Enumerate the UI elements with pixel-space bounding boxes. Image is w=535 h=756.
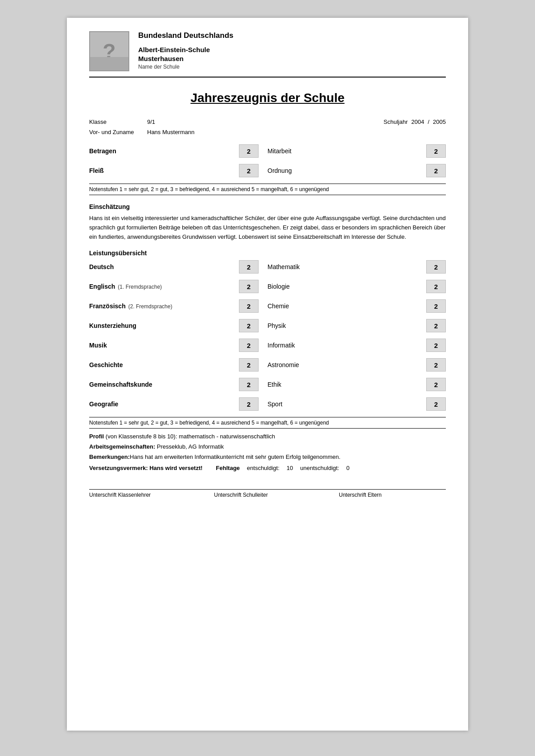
subject-left-2: Französisch(2. Fremdsprache) 2 (89, 299, 268, 313)
subject-left-name-6: Gemeinschaftskunde (89, 381, 235, 388)
profil-text: (von Klassenstufe 8 bis 10): mathematisc… (106, 433, 275, 440)
subject-left-name-1: Englisch(1. Fremdsprache) (89, 283, 235, 290)
schuljahr-slash: / (428, 119, 429, 125)
subject-right-7: Sport 2 (268, 397, 446, 411)
subject-right-name-7: Sport (268, 400, 422, 408)
subject-right-name-1: Biologie (268, 283, 422, 290)
profil-line: Profil (von Klassenstufe 8 bis 10): math… (89, 433, 446, 440)
entschuldigt-label: entschuldigt: (247, 465, 280, 471)
betragen-left: Betragen 2 (89, 144, 268, 158)
subject-left-grade-5: 2 (239, 358, 259, 372)
einschaetzung-text: Hans ist ein vielseitig interessierter u… (89, 214, 446, 241)
subject-left-name-2: Französisch(2. Fremdsprache) (89, 302, 235, 310)
sig-eltern-label: Unterschrift Eltern (339, 492, 446, 498)
klasse-value: 9/1 (147, 119, 155, 125)
subject-left-grade-6: 2 (239, 378, 259, 391)
versetzung-value: Hans wird versetzt! (149, 465, 202, 471)
unentschuldigt-value: 0 (346, 465, 350, 471)
notenstufen-2: Notenstufen 1 = sehr gut, 2 = gut, 3 = b… (89, 417, 446, 429)
subject-row-6: Gemeinschaftskunde 2 Ethik 2 (89, 378, 446, 391)
subject-right-1: Biologie 2 (268, 280, 446, 293)
sig-klassenlehrer: Unterschrift Klassenlehrer (89, 492, 196, 498)
subject-left-name-0: Deutsch (89, 263, 235, 270)
subject-left-grade-1: 2 (239, 280, 259, 293)
schuljahr-year2: 2005 (433, 119, 446, 125)
fehltage-label: Fehltage (216, 465, 239, 471)
subject-left-grade-3: 2 (239, 319, 259, 332)
subject-right-name-0: Mathematik (268, 263, 422, 270)
school-name: Albert-Einstein-Schule Musterhausen (138, 45, 446, 63)
subject-left-name-3: Kunsterziehung (89, 322, 235, 329)
subject-right-4: Informatik 2 (268, 339, 446, 352)
subject-right-2: Chemie 2 (268, 299, 446, 313)
subject-row-1: Englisch(1. Fremdsprache) 2 Biologie 2 (89, 280, 446, 293)
subject-left-grade-7: 2 (239, 397, 259, 411)
document-page: ? Bundesland Deutschlands Albert-Einstei… (67, 18, 468, 731)
ordnung-label: Ordnung (268, 167, 422, 174)
schuljahr-group: Schuljahr 2004 / 2005 (383, 119, 446, 125)
entschuldigt-value: 10 (287, 465, 293, 471)
klasse-label: Klasse (89, 119, 147, 125)
subject-right-name-3: Physik (268, 322, 422, 329)
subject-left-grade-2: 2 (239, 299, 259, 313)
ordnung-right: Ordnung 2 (268, 164, 446, 177)
subject-left-6: Gemeinschaftskunde 2 (89, 378, 268, 391)
ag-text: Presseklub, AG Informatik (157, 443, 224, 450)
subject-right-grade-1: 2 (426, 280, 446, 293)
subjects-container: Deutsch 2 Mathematik 2 Englisch(1. Fremd… (89, 260, 446, 411)
subject-left-1: Englisch(1. Fremdsprache) 2 (89, 280, 268, 293)
subject-right-name-5: Astronomie (268, 361, 422, 368)
subject-right-grade-6: 2 (426, 378, 446, 391)
subject-right-grade-7: 2 (426, 397, 446, 411)
subject-left-0: Deutsch 2 (89, 260, 268, 274)
bemerkungen-label: Bemerkungen: (89, 454, 130, 460)
bundesland-title: Bundesland Deutschlands (138, 31, 446, 40)
document-title: Jahreszeugnis der Schule (89, 91, 446, 105)
conduct-section: Betragen 2 Mitarbeit 2 Fleiß 2 Ordnung 2 (89, 144, 446, 177)
versetzung-label: Versetzungsvermerk: (89, 465, 148, 471)
subject-left-4: Musik 2 (89, 339, 268, 352)
subject-row-2: Französisch(2. Fremdsprache) 2 Chemie 2 (89, 299, 446, 313)
subject-row-5: Geschichte 2 Astronomie 2 (89, 358, 446, 372)
bemerkungen-text: Hans hat am erweiterten Informatikunterr… (130, 454, 341, 460)
betragen-label: Betragen (89, 147, 235, 155)
subject-right-5: Astronomie 2 (268, 358, 446, 372)
mitarbeit-grade: 2 (426, 144, 446, 158)
subject-right-grade-4: 2 (426, 339, 446, 352)
school-label: Name der Schule (138, 64, 446, 70)
ag-label: Arbeitsgemeinschaften: (89, 443, 155, 450)
subject-left-sub-2: (2. Fremdsprache) (128, 303, 173, 310)
fehltage-group: Fehltage entschuldigt: 10 unentschuldigt… (216, 465, 350, 471)
klasse-row: Klasse 9/1 Schuljahr 2004 / 2005 (89, 119, 446, 125)
subject-left-3: Kunsterziehung 2 (89, 319, 268, 332)
sig-schulleiter-label: Unterschrift Schulleiter (214, 492, 321, 498)
header: ? Bundesland Deutschlands Albert-Einstei… (89, 31, 446, 78)
subject-row-0: Deutsch 2 Mathematik 2 (89, 260, 446, 274)
subject-right-grade-3: 2 (426, 319, 446, 332)
notenstufen-1: Notenstufen 1 = sehr gut, 2 = gut, 3 = b… (89, 184, 446, 195)
mitarbeit-label: Mitarbeit (268, 147, 422, 155)
subject-right-name-6: Ethik (268, 381, 422, 388)
school-logo: ? (89, 31, 129, 71)
name-value: Hans Mustermann (147, 129, 194, 135)
profil-label: Profil (89, 433, 104, 440)
subject-row-7: Geografie 2 Sport 2 (89, 397, 446, 411)
subject-left-name-7: Geografie (89, 400, 235, 408)
subject-right-grade-2: 2 (426, 299, 446, 313)
subject-left-5: Geschichte 2 (89, 358, 268, 372)
bemerkungen-line: Bemerkungen:Hans hat am erweiterten Info… (89, 454, 446, 460)
subject-right-name-4: Informatik (268, 342, 422, 349)
subject-left-name-4: Musik (89, 342, 235, 349)
subject-right-3: Physik 2 (268, 319, 446, 332)
header-text: Bundesland Deutschlands Albert-Einstein-… (138, 31, 446, 70)
versetzung-text: Versetzungsvermerk: Hans wird versetzt! (89, 465, 202, 471)
unentschuldigt-label: unentschuldigt: (300, 465, 339, 471)
subject-row-3: Kunsterziehung 2 Physik 2 (89, 319, 446, 332)
subject-left-sub-1: (1. Fremdsprache) (118, 284, 162, 290)
versetzung-row: Versetzungsvermerk: Hans wird versetzt! … (89, 465, 446, 471)
sig-eltern: Unterschrift Eltern (339, 492, 446, 498)
schuljahr-year1: 2004 (412, 119, 424, 125)
subject-left-grade-4: 2 (239, 339, 259, 352)
signature-row: Unterschrift Klassenlehrer Unterschrift … (89, 489, 446, 498)
subject-right-6: Ethik 2 (268, 378, 446, 391)
